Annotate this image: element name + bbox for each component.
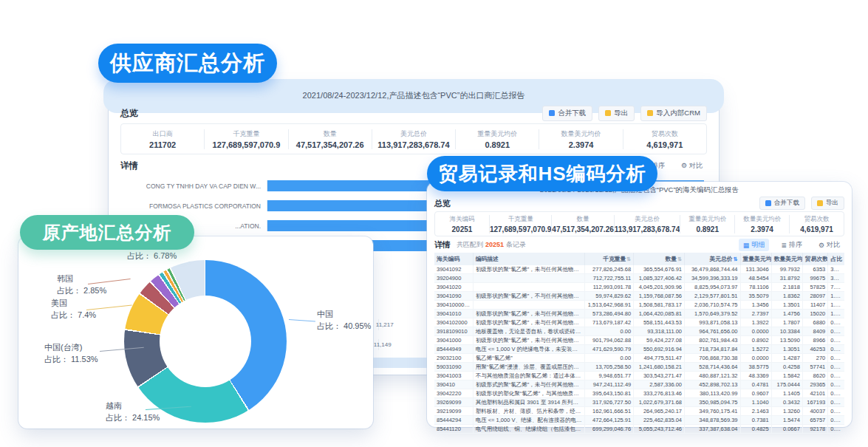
table-row[interactable]: 39041020 112,993,091.78 4,045,201,909.96… [434, 283, 844, 292]
table-row[interactable]: 59031090 用聚“氯乙烯”浸渍、涂层、覆盖或层压的纺织织物（不包括用聚“氯… [434, 363, 844, 372]
cell-usd: 337,387,638.04 [685, 425, 740, 434]
summary-value: 4,619,971 [790, 225, 844, 233]
view-detail-toggle[interactable]: ▦明细 [739, 239, 770, 251]
table-row[interactable]: 39219099 塑料板材、片材、薄膜、箔片和条带，经过硬化、层压、支撑或类似地… [434, 407, 844, 416]
table-row[interactable]: 390410 初级形式的聚“氯乙烯”，未与任何其他物质混合 + 未提供详细标签 … [434, 381, 844, 389]
table-row[interactable]: 85444949 电压 <= 1,000 V 的绝缘电导体，未安装连接器，其他绝… [434, 345, 844, 354]
toolbar-button-icon [817, 200, 823, 206]
col-header-share[interactable]: 占比 [828, 253, 844, 265]
table-row[interactable]: 39041090 初级形状的聚“氯乙烯”，不与任何其他物质混合：其他层（氯乙烯）… [434, 292, 844, 301]
hs-report-panel: 2021/08/24-2023/12/12,产品描述包含“PVC”的海关编码汇总… [427, 182, 852, 427]
cell-description: 塑料板材、片材、薄膜、箔片和条带，经过硬化、层压、支撑或类似地... [473, 407, 584, 416]
summary-label: 重量美元均价 [680, 215, 734, 224]
col-header-description[interactable]: 编码描述 [473, 253, 584, 265]
cell-usd: 350,985,094.75 [685, 398, 740, 407]
hs-summary-box: 海关编码 20251 千克重量 127,689,597,070.9 数量 47,… [434, 211, 844, 236]
cell-share: 0.31% [828, 407, 844, 416]
trade-hs-analysis-badge: 贸易记录和HS编码分析 [427, 156, 657, 191]
table-row[interactable]: 3918109010 地板覆盖物，无论是否自粘，卷状或瓷砖形式，以及墙壁或天花板… [434, 327, 844, 336]
summary-cell: 美元总价 113,917,283,678.74 [372, 129, 455, 149]
summary-label: 千克重量 [205, 129, 287, 139]
summary-value: 113,917,283,678.74 [615, 225, 680, 233]
table-row[interactable]: 390410000019 1,513,642,968.91 1,508,581,… [434, 301, 844, 310]
col-header-qty[interactable]: 数量⇅ [634, 253, 685, 265]
cell-kg: 901,794,062.88 [584, 336, 634, 345]
cell-share: 0.42% [828, 372, 844, 381]
toolbar-button[interactable]: 合并下载 [759, 197, 805, 210]
summary-value: 127,689,597,070.9 [205, 140, 287, 149]
cell-kg: 9,948,651.77 [584, 372, 634, 381]
cell-qty-avg: 1.3260 [771, 407, 802, 416]
summary-value: 47,517,354,207.26 [552, 225, 613, 233]
overview-label: 总览 [120, 107, 138, 120]
toolbar-button[interactable]: 导入内部CRM [640, 106, 707, 121]
cell-count: 8409 [802, 327, 827, 336]
cell-kg-avg: 2.1463 [740, 407, 771, 416]
table-row[interactable]: 3904102000 初级形状的聚“氯乙烯”，未与任何其他物质混合：悬浮级 PV… [434, 318, 844, 327]
cell-qty: 93,318,111.00 [634, 327, 685, 336]
cell-count: 8966 [802, 336, 827, 345]
summary-value: 113,917,283,678.74 [372, 140, 455, 149]
cell-kg: 0.00 [584, 327, 634, 336]
slice-country-name: 中国(台湾) [44, 342, 98, 353]
table-row[interactable]: 39041010 初级形状的聚“氯乙烯”，未与任何其他物质混合：乳液级 PVC … [434, 310, 844, 318]
slice-percentage: 占比： 2.85% [57, 285, 106, 296]
sort-arrows-icon[interactable]: ⇅ [677, 256, 682, 262]
cell-hs-code: 29032100 [434, 354, 473, 363]
summary-value: 47,517,354,207.26 [289, 140, 372, 149]
cell-count: 46253 [802, 345, 827, 354]
cell-qty-avg: 1.7807 [771, 318, 802, 327]
table-row[interactable]: 39269099 其他塑料制品和属目 3901 至 3914 所列的其他材料制品… [434, 398, 844, 407]
slice-percentage: 占比： 6.78% [127, 250, 177, 262]
overview-label: 总览 [434, 198, 451, 209]
cell-description: 初级形状的聚“氯乙烯”，未与任何其他物质混合：悬浮级 PVC 树脂 [473, 318, 584, 327]
sort-arrows-icon[interactable]: ⇅ [626, 256, 631, 262]
table-row[interactable]: 39042220 初级形状的塑化聚“氯乙烯”，与其他物质混合：颗粒 395,64… [434, 389, 844, 398]
table-row[interactable]: 85441120 电气用绕组线、铜、绝缘绕组（包括漆包或阳极氧化）电线、电缆（包… [434, 425, 844, 434]
cell-hs-code: 39041020 [434, 283, 473, 292]
summary-value: 211702 [121, 140, 204, 149]
col-header-kg-avg[interactable]: 重量美元均价 [740, 253, 771, 265]
cell-count: 270 [802, 354, 827, 363]
compare-toggle[interactable]: ⚙对比 [677, 160, 707, 172]
cell-description [473, 274, 584, 283]
table-row[interactable]: 85444294 电压 <= 1,000 V、绝缘、配有连接器的电导体，其他：电… [434, 416, 844, 425]
donut-slice-label: 越南 占比： 24.15% [106, 400, 160, 423]
table-row[interactable]: 29032100 氯乙烯“氯乙烯” 0.00 494,775,511.47 70… [434, 354, 844, 363]
cell-qty-avg: 0.4258 [771, 363, 802, 372]
cell-share: 0.87% [828, 318, 844, 327]
cell-kg-avg: 0.0000 [740, 327, 771, 336]
cell-usd: 1,570,649,379.52 [685, 310, 740, 318]
col-header-usd[interactable]: 美元总价⇅ [685, 253, 740, 265]
cell-description: 氯乙烯“氯乙烯” [473, 354, 584, 363]
table-row[interactable]: 39041003 不与其他物质混合的聚氯乙烯：通过本体或悬浮聚合工艺获得的聚氯乙… [434, 372, 844, 381]
summary-cell: 数量 47,517,354,207.26 [288, 129, 372, 149]
cell-usd: 706,868,730.38 [685, 354, 740, 363]
cell-hs-code: 3904102000 [434, 318, 473, 327]
compare-toggle[interactable]: ⚙对比 [814, 239, 844, 251]
sort-toggle[interactable]: ≣排序 [776, 239, 807, 251]
toolbar-button[interactable]: 导出 [598, 106, 635, 121]
toolbar-button[interactable]: 导出 [811, 197, 844, 210]
cell-hs-code: 390410000019 [434, 301, 473, 310]
sort-arrows-icon[interactable]: ⇅ [734, 256, 738, 262]
table-row[interactable]: 39041000 初级形状的聚“氯乙烯”，未与任何其他物质混合 + 未提供详细标… [434, 336, 844, 345]
summary-value: 127,689,597,070.9 [490, 225, 551, 233]
cell-description: 初级形式的聚“氯乙烯”，未与任何其他物质混合 + 未提供详细标签 + [473, 381, 584, 389]
cell-description [473, 301, 584, 310]
col-header-hs-code[interactable]: 海关编码 [434, 253, 473, 265]
col-header-qty-avg[interactable]: 数量美元均价 [771, 253, 802, 265]
bar-category-label: CONG TY TNHH DAY VA CAP DIEN W... [120, 182, 267, 190]
donut-slice-label: 韩国 占比： 2.85% [57, 273, 106, 296]
summary-label: 美元总价 [615, 215, 680, 224]
toolbar-button[interactable]: 合并下载 [542, 106, 592, 121]
col-header-count[interactable]: 贸易次数⇅ [802, 253, 827, 265]
table-row[interactable]: 39204900 712,722,755.11 1,085,327,406.42… [434, 274, 844, 283]
gear-icon: ⚙ [819, 242, 824, 249]
table-row[interactable]: 39041092 初级形状的聚“氯乙烯”，未与任何其他物质混合：其他：粉末 27… [434, 265, 844, 274]
bar-value-label: 11,149 [374, 341, 392, 348]
cell-share: 30.37% [828, 274, 844, 283]
col-header-kg[interactable]: 千克重量⇅ [584, 253, 634, 265]
summary-value: 2.3974 [539, 140, 622, 149]
slice-percentage: 占比： 24.15% [106, 412, 160, 423]
